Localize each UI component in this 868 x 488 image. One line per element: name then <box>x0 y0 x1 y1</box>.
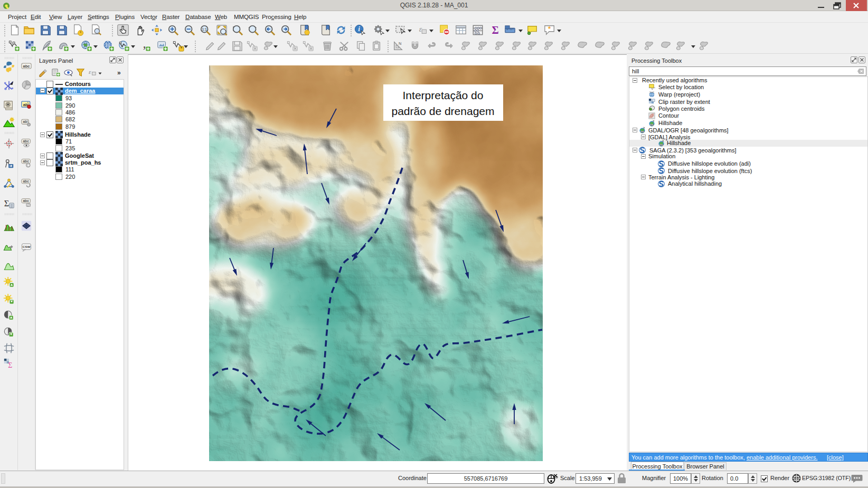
svg-text:Interpretação do: Interpretação do <box>403 89 484 101</box>
svg-text:padrão de drenagem: padrão de drenagem <box>392 105 495 117</box>
